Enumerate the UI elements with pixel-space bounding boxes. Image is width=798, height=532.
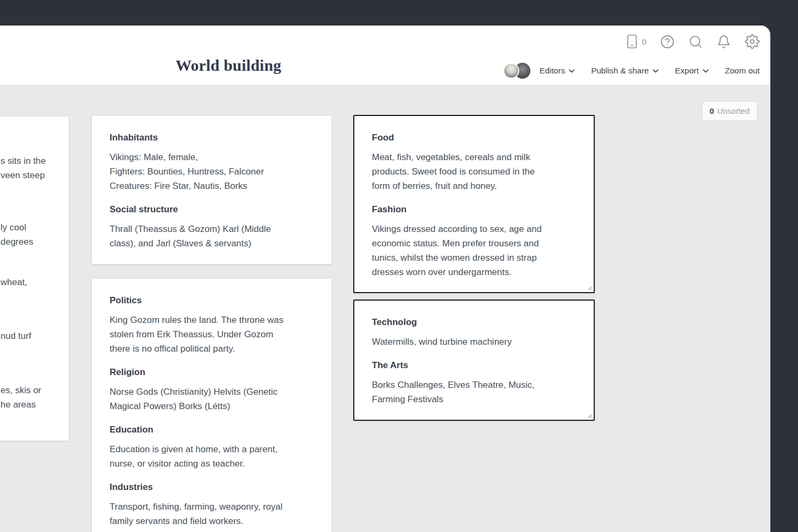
- card-section-body: Meat, fish, vegetables, cereals and milk…: [372, 150, 576, 193]
- zoom-out-label: Zoom out: [725, 66, 760, 76]
- board-title[interactable]: World building: [176, 56, 281, 74]
- card-section-body: Watermills, wind turbine machinery: [372, 335, 576, 349]
- card-food-fashion[interactable]: Food Meat, fish, vegetables, cereals and…: [353, 115, 595, 293]
- card-text-fragment: s sits in the veen steep: [1, 154, 46, 182]
- card-section-heading: Fashion: [372, 204, 576, 215]
- card-section-body: Norse Gods (Christianity) Helvits (Genet…: [110, 385, 314, 413]
- card-section-body: King Gozom rules the land. The throne wa…: [110, 313, 314, 356]
- chevron-down-icon: [569, 69, 575, 73]
- card-section-heading: Food: [372, 132, 576, 144]
- unsorted-label: Unsorted: [717, 106, 750, 115]
- card-inhabitants[interactable]: Inhabitants Vikings: Male, female, Fight…: [92, 115, 332, 264]
- card-section-heading: Technolog: [372, 317, 576, 328]
- header-toolbar: Editors Publish & share Export Zoom out: [503, 62, 760, 80]
- settings-button[interactable]: [745, 34, 760, 49]
- editors-menu[interactable]: Editors: [539, 66, 575, 76]
- export-menu-label: Export: [675, 66, 699, 76]
- card-section-body: Vikings dressed according to sex, age an…: [372, 222, 576, 279]
- board-canvas[interactable]: 0 Unsorted s sits in the veen steep ly c…: [0, 85, 770, 532]
- resize-handle[interactable]: [586, 285, 592, 290]
- card-section-body: Thrall (Theassus & Gozom) Karl (Middle c…: [110, 222, 314, 251]
- zoom-out-button[interactable]: Zoom out: [725, 66, 760, 76]
- help-button[interactable]: [660, 35, 675, 49]
- status-icon-row: 0: [626, 33, 760, 50]
- card-section-heading: Inhabitants: [110, 132, 314, 144]
- unsorted-count: 0: [710, 106, 714, 115]
- card-clipped-left[interactable]: s sits in the veen steep ly cool degrees…: [0, 116, 69, 441]
- publish-share-menu-label: Publish & share: [591, 66, 649, 76]
- help-icon: [660, 35, 675, 49]
- notifications-button[interactable]: [717, 35, 731, 49]
- search-icon: [688, 35, 703, 49]
- unsorted-button[interactable]: 0 Unsorted: [702, 101, 758, 121]
- card-section-body: Transport, fishing, farming, weaponry, r…: [110, 500, 314, 528]
- card-text-fragment: wheat,: [1, 275, 27, 289]
- card-technology-arts[interactable]: Technolog Watermills, wind turbine machi…: [353, 300, 595, 421]
- mobile-device-icon: [626, 34, 638, 49]
- chevron-down-icon: [653, 69, 659, 73]
- card-section-body: Education is given at home, with a paren…: [110, 442, 314, 471]
- avatar: [503, 63, 519, 79]
- app-header: World building 0: [0, 26, 770, 85]
- card-text-fragment: nud turf: [1, 329, 31, 343]
- export-menu[interactable]: Export: [675, 66, 709, 76]
- card-section-body: Borks Challenges, Elves Theatre, Music, …: [372, 378, 576, 406]
- editor-avatars[interactable]: [503, 63, 530, 79]
- search-button[interactable]: [688, 35, 703, 49]
- device-badge-count: 0: [642, 37, 646, 46]
- card-section-heading: Religion: [110, 367, 314, 378]
- card-section-heading: Industries: [110, 481, 314, 493]
- mobile-device-button[interactable]: 0: [626, 34, 646, 49]
- publish-share-menu[interactable]: Publish & share: [591, 66, 659, 76]
- card-politics[interactable]: Politics King Gozom rules the land. The …: [92, 278, 332, 532]
- card-section-body: Vikings: Male, female, Fighters: Bountie…: [110, 150, 314, 193]
- card-section-heading: Education: [110, 424, 314, 436]
- card-section-heading: Politics: [110, 295, 314, 306]
- chevron-down-icon: [703, 69, 709, 73]
- settings-icon: [745, 34, 760, 49]
- resize-handle[interactable]: [586, 412, 592, 418]
- notifications-icon: [717, 35, 731, 49]
- card-text-fragment: es, skis or he areas: [1, 383, 41, 412]
- card-section-heading: The Arts: [372, 360, 576, 371]
- app-window: World building 0: [0, 26, 770, 532]
- card-text-fragment: ly cool degrees: [1, 220, 33, 249]
- card-section-heading: Social structure: [110, 204, 314, 215]
- editors-menu-label: Editors: [539, 66, 565, 76]
